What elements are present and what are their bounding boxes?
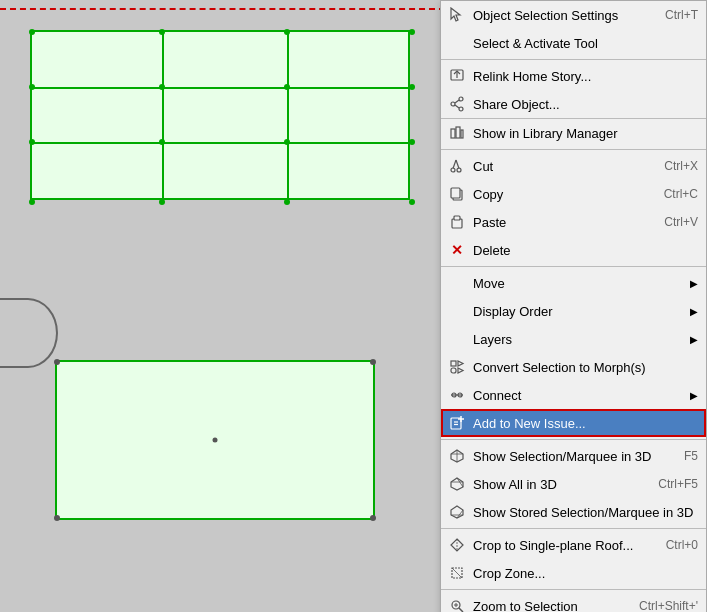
svg-line-45 [459,608,463,612]
menu-item-convert-morph[interactable]: Convert Selection to Morph(s) [441,353,706,381]
svg-rect-10 [461,130,463,138]
menu-item-show-library[interactable]: Show in Library Manager [441,118,706,147]
crop-single-icon [447,535,467,555]
menu-item-delete[interactable]: ✕ Delete [441,236,706,264]
connect-icon [447,385,467,405]
svg-line-7 [455,105,459,108]
shortcut-object-selection: Ctrl+T [665,8,698,22]
separator-3 [441,266,706,267]
menu-item-share-object[interactable]: Share Object... [441,90,706,118]
menu-item-show-stored-3d[interactable]: Show Stored Selection/Marquee in 3D [441,498,706,526]
show-all-3d-icon [447,474,467,494]
menu-label-relink-home: Relink Home Story... [473,69,698,84]
menu-item-display-order[interactable]: Display Order ▶ [441,297,706,325]
svg-rect-21 [451,368,456,373]
cursor-icon [447,5,467,25]
menu-item-show-all-3d[interactable]: Show All in 3D Ctrl+F5 [441,470,706,498]
convert-icon [447,357,467,377]
shortcut-zoom-selection: Ctrl+Shift+' [639,599,698,612]
menu-label-show-selection-3d: Show Selection/Marquee in 3D [473,449,676,464]
menu-label-show-library: Show in Library Manager [473,126,698,141]
menu-label-crop-single: Crop to Single-plane Roof... [473,538,658,553]
menu-label-add-issue: Add to New Issue... [473,416,698,431]
paste-icon [447,212,467,232]
shortcut-crop-single: Ctrl+0 [666,538,698,552]
menu-label-connect: Connect [473,388,686,403]
no-icon-layers [447,329,467,349]
share-icon [447,94,467,114]
menu-label-show-stored-3d: Show Stored Selection/Marquee in 3D [473,505,698,520]
arrow-move: ▶ [690,278,698,289]
dashed-line-top [0,8,445,10]
zoom-selection-icon [447,596,467,612]
menu-item-cut[interactable]: Cut Ctrl+X [441,152,706,180]
menu-label-object-selection: Object Selection Settings [473,8,657,23]
menu-item-connect[interactable]: Connect ▶ [441,381,706,409]
menu-label-copy: Copy [473,187,656,202]
separator-2 [441,149,706,150]
menu-label-layers: Layers [473,332,686,347]
separator-4 [441,439,706,440]
svg-marker-0 [451,8,460,21]
no-icon-select [447,33,467,53]
shortcut-paste: Ctrl+V [664,215,698,229]
no-icon-display-order [447,301,467,321]
menu-label-crop-zone: Crop Zone... [473,566,698,581]
context-menu: Object Selection Settings Ctrl+T Select … [440,0,707,612]
svg-point-3 [459,97,463,101]
svg-rect-9 [456,127,460,138]
svg-point-5 [451,102,455,106]
menu-label-share-object: Share Object... [473,97,698,112]
menu-label-cut: Cut [473,159,656,174]
svg-rect-8 [451,129,455,138]
furniture-top [30,30,410,200]
shortcut-copy: Ctrl+C [664,187,698,201]
separator-5 [441,528,706,529]
menu-item-layers[interactable]: Layers ▶ [441,325,706,353]
menu-item-crop-zone[interactable]: Crop Zone... [441,559,706,587]
no-icon-move [447,273,467,293]
show-selection-3d-icon [447,446,467,466]
library-icon [447,123,467,143]
menu-label-zoom-selection: Zoom to Selection [473,599,631,613]
delete-icon: ✕ [447,240,467,260]
arc-shape [0,298,58,368]
cut-icon [447,156,467,176]
shortcut-show-all-3d: Ctrl+F5 [658,477,698,491]
shortcut-show-selection-3d: F5 [684,449,698,463]
arrow-display-order: ▶ [690,306,698,317]
svg-point-4 [459,107,463,111]
separator-6 [441,589,706,590]
menu-item-show-selection-3d[interactable]: Show Selection/Marquee in 3D F5 [441,442,706,470]
svg-marker-20 [458,361,463,366]
menu-item-move[interactable]: Move ▶ [441,269,706,297]
separator-1 [441,59,706,60]
shortcut-cut: Ctrl+X [664,159,698,173]
menu-item-paste[interactable]: Paste Ctrl+V [441,208,706,236]
menu-label-show-all-3d: Show All in 3D [473,477,650,492]
svg-line-14 [456,160,459,169]
crop-zone-icon [447,563,467,583]
arrow-connect: ▶ [690,390,698,401]
svg-point-12 [457,168,461,172]
relink-icon [447,66,467,86]
svg-rect-16 [451,188,460,198]
menu-label-move: Move [473,276,686,291]
menu-item-zoom-selection[interactable]: Zoom to Selection Ctrl+Shift+' [441,592,706,612]
menu-item-copy[interactable]: Copy Ctrl+C [441,180,706,208]
menu-label-paste: Paste [473,215,656,230]
furniture-bottom [55,360,375,520]
arrow-layers: ▶ [690,334,698,345]
menu-item-object-selection[interactable]: Object Selection Settings Ctrl+T [441,1,706,29]
menu-item-relink-home[interactable]: Relink Home Story... [441,62,706,90]
menu-item-crop-single[interactable]: Crop to Single-plane Roof... Ctrl+0 [441,531,706,559]
menu-label-select-activate: Select & Activate Tool [473,36,698,51]
menu-label-delete: Delete [473,243,698,258]
menu-item-select-activate[interactable]: Select & Activate Tool [441,29,706,57]
copy-icon [447,184,467,204]
add-issue-icon [447,413,467,433]
svg-line-13 [453,160,456,169]
show-stored-3d-icon [447,502,467,522]
menu-item-add-issue[interactable]: Add to New Issue... [441,409,706,437]
svg-line-6 [455,100,459,103]
